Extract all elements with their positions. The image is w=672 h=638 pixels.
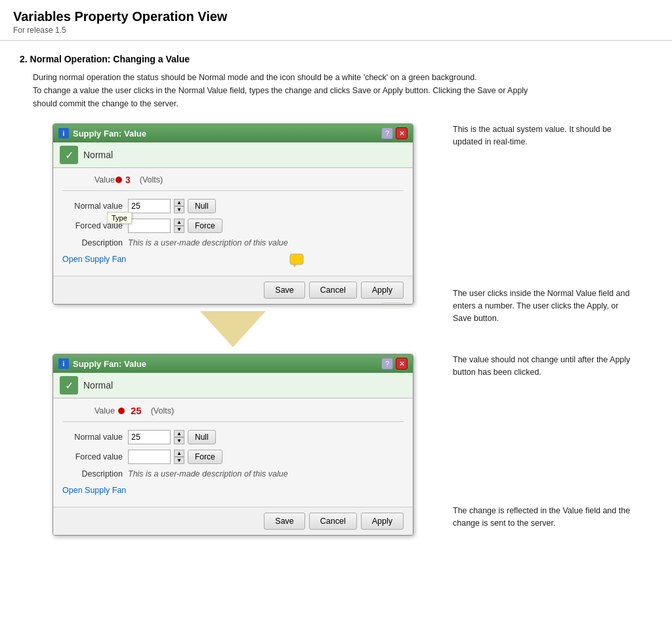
dialog2-red-dot — [118, 408, 125, 414]
dialog2-description-value: This is a user-made description of this … — [128, 469, 288, 478]
page-header: Variables Property Operation View For re… — [0, 0, 672, 41]
dialog1-value-row: Value 3 (Volts) — [62, 175, 404, 185]
dialog2-description-label: Description — [62, 469, 128, 478]
dialog1-open-link[interactable]: Open Supply Fan — [62, 255, 126, 264]
dialog2-force-button[interactable]: Force — [188, 450, 222, 464]
dialog2-normal-value-spinner[interactable]: ▲ ▼ — [174, 430, 184, 444]
dialog2-status-label: Normal — [83, 380, 113, 391]
description-text: During normal operation the status shoul… — [33, 71, 652, 110]
dialog2-status-check-icon: ✓ — [60, 376, 78, 394]
dialog2-close-button[interactable]: ✕ — [396, 358, 408, 370]
dialog1-window: i Supply Fan: Value ? ✕ — [52, 123, 413, 305]
comment-bubble-icon — [289, 253, 304, 268]
dialog2-forced-value-up[interactable]: ▲ — [174, 450, 184, 457]
dialog1-normal-value-spinner[interactable]: ▲ ▼ — [174, 199, 184, 213]
dialog1-forced-value-up[interactable]: ▲ — [174, 219, 184, 226]
dialog2-open-link[interactable]: Open Supply Fan — [62, 486, 126, 495]
dialog2-save-button[interactable]: Save — [264, 513, 305, 530]
dialog1-description-row: Description This is a user-made descript… — [62, 238, 404, 247]
dialog1-value-label: Value — [62, 175, 115, 184]
dialog2-titlebar: i Supply Fan: Value ? ✕ — [53, 354, 413, 373]
dialog1-normal-value-group: ▲ ▼ Null — [128, 199, 216, 213]
dialog2-title-icon: i — [58, 358, 69, 369]
section-heading: 2. Normal Operation: Changing a Value — [20, 54, 652, 64]
dialog2-forced-value-down[interactable]: ▼ — [174, 457, 184, 464]
dialog1-container: i Supply Fan: Value ? ✕ — [52, 123, 652, 305]
dialog1-close-button[interactable]: ✕ — [396, 127, 408, 139]
dialog2-help-button[interactable]: ? — [381, 358, 393, 370]
dialog2-normal-value-label: Normal value — [62, 433, 128, 442]
dialog2-null-button[interactable]: Null — [188, 430, 216, 444]
dialog2-value-row: Value 25 (Volts) — [62, 405, 404, 416]
dialog2-container: i Supply Fan: Value ? ✕ — [52, 354, 652, 536]
dialog2-normal-value-down[interactable]: ▼ — [174, 437, 184, 444]
dialog1-apply-button[interactable]: Apply — [361, 282, 404, 299]
page-subtitle: For release 1.5 — [13, 26, 659, 35]
dialog2-value-number: 25 — [131, 405, 142, 416]
dialog1-save-button[interactable]: Save — [264, 282, 305, 299]
dialog1-cancel-button[interactable]: Cancel — [309, 282, 357, 299]
dialog1-normal-value-up[interactable]: ▲ — [174, 199, 184, 206]
dialog2-description-row: Description This is a user-made descript… — [62, 469, 404, 478]
dialog1-forced-value-spinner[interactable]: ▲ ▼ — [174, 219, 184, 233]
dialog2-forced-value-spinner[interactable]: ▲ ▼ — [174, 450, 184, 464]
dialog2-apply-button[interactable]: Apply — [361, 513, 404, 530]
dialog1-footer: Save Cancel Apply Click — [53, 276, 413, 304]
dialog2-forced-value-row: Forced value ▲ ▼ Force — [62, 450, 404, 464]
main-content: 2. Normal Operation: Changing a Value Du… — [0, 41, 672, 562]
dialog1-value-number: 3 — [125, 175, 131, 185]
dialog1-description-value: This is a user-made description of this … — [128, 238, 288, 247]
dialog2-forced-value-group: ▲ ▼ Force — [128, 450, 222, 464]
dialog1-body: Value 3 (Volts) Normal value — [53, 168, 413, 276]
dialog1-forced-value-down[interactable]: ▼ — [174, 226, 184, 233]
dialog1-status-check-icon: ✓ — [60, 146, 78, 164]
dialog2-window: i Supply Fan: Value ? ✕ — [52, 354, 413, 536]
dialog2-normal-value-group: ▲ ▼ Null — [128, 430, 216, 444]
dialog1-title-icon: i — [58, 128, 69, 138]
dialog2-forced-value-input[interactable] — [128, 450, 171, 464]
dialog2-normal-value-up[interactable]: ▲ — [174, 430, 184, 437]
dialog1-value-unit: (Volts) — [140, 175, 163, 184]
arrow-down — [52, 311, 413, 347]
dialog1-null-button[interactable]: Null — [188, 199, 216, 213]
down-arrow-shape — [200, 311, 266, 347]
svg-rect-0 — [290, 254, 303, 265]
dialog1-normal-value-input[interactable] — [128, 199, 171, 213]
dialog1-help-button[interactable]: ? — [381, 127, 393, 139]
dialog2-title-left: i Supply Fan: Value — [58, 358, 146, 369]
dialog1-type-tooltip: Type — [107, 212, 132, 224]
svg-marker-1 — [293, 265, 296, 267]
dialog1-forced-value-input[interactable] — [128, 219, 171, 233]
dialog1-forced-value-group: ▲ ▼ Force — [128, 219, 222, 233]
dialog2-normal-value-row: Normal value ▲ ▼ Null — [62, 430, 404, 444]
dialog1-force-button[interactable]: Force — [188, 219, 222, 233]
dialog1-normal-value-down[interactable]: ▼ — [174, 206, 184, 213]
divider1 — [62, 190, 404, 191]
dialog1-titlebar-buttons: ? ✕ — [381, 127, 408, 139]
dialog1-titlebar: i Supply Fan: Value ? ✕ — [53, 124, 413, 142]
dialog2-title-text: Supply Fan: Value — [73, 359, 146, 369]
dialog1-description-label: Description — [62, 238, 128, 247]
page-title: Variables Property Operation View — [13, 9, 659, 24]
dialog1-red-dot — [116, 177, 122, 183]
dialog1-status-label: Normal — [83, 150, 113, 160]
dialog2-normal-value-input[interactable] — [128, 430, 171, 444]
dialog1-title-text: Supply Fan: Value — [73, 129, 146, 138]
dialog1-normal-value-label: Normal value — [62, 202, 128, 211]
dialog2-footer: Save Cancel Apply — [53, 507, 413, 535]
dialog1-title-left: i Supply Fan: Value — [58, 128, 146, 138]
dialog2-body: Value 25 (Volts) Normal value — [53, 398, 413, 507]
dialog2-cancel-button[interactable]: Cancel — [309, 513, 357, 530]
dialog2-value-unit: (Volts) — [151, 406, 174, 415]
dialog1-status-bar: ✓ Normal — [53, 142, 413, 168]
divider2 — [62, 421, 404, 422]
dialog1-normal-value-row: Normal value ▲ ▼ Null Type — [62, 199, 404, 213]
dialog1-comment-bubble — [289, 253, 304, 270]
dialog2-value-label: Value — [62, 406, 115, 415]
dialog2-forced-value-label: Forced value — [62, 452, 128, 461]
click-tooltip: Click — [381, 303, 405, 305]
dialog2-titlebar-buttons: ? ✕ — [381, 358, 408, 370]
dialog2-status-bar: ✓ Normal — [53, 373, 413, 398]
